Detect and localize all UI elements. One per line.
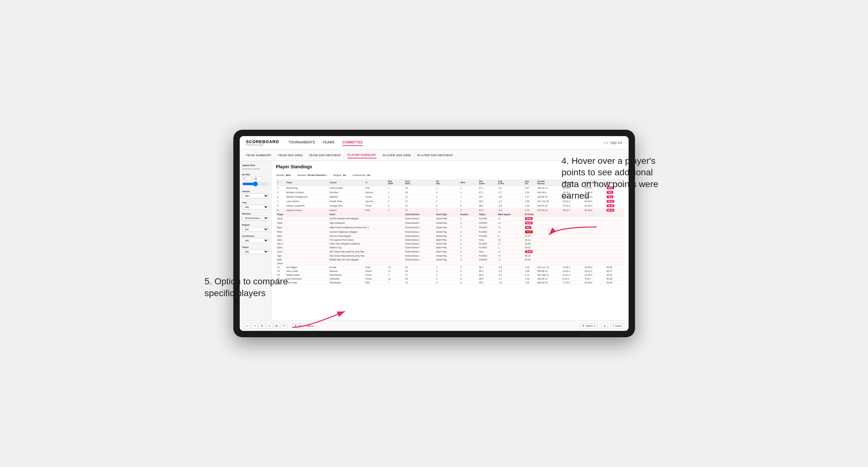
cell-points[interactable]: 80.49 (605, 204, 624, 208)
exp-event: UNCW Seahawk Intercollegiate (328, 216, 404, 221)
expanded-table-row: Breni Wake Forest Invitational at Pinehu… (276, 225, 624, 230)
cell-wins: 0 (459, 269, 478, 273)
filter-region: Region: All (334, 174, 346, 177)
cell-player: Luke Clanton (285, 199, 328, 204)
conference-select[interactable]: (All) (242, 238, 269, 243)
cell-points[interactable]: 68.18 (605, 208, 624, 213)
points-value: 30.47 (525, 246, 531, 249)
exp-player: Matti (276, 258, 328, 262)
cell-num: 4 (276, 199, 285, 204)
cell-points[interactable]: 80.27 (605, 269, 624, 273)
player-select[interactable]: (All) (242, 249, 269, 254)
cell-points[interactable]: 86.49 (605, 281, 624, 285)
year-select[interactable]: (All) (242, 205, 269, 210)
exp-points[interactable]: 53.60 (524, 221, 624, 225)
copy-button[interactable]: ⎘ (266, 322, 273, 329)
expanded-table-row: Techo (276, 262, 624, 266)
exp-points[interactable]: 40.7 (524, 225, 624, 230)
share-button[interactable]: ⤴ Share (611, 323, 624, 328)
cell-record: 208-99-13 (536, 195, 561, 199)
no-rds-slider[interactable] (242, 181, 269, 186)
cell-vs25: 17-14-2 (561, 281, 583, 285)
points-badge[interactable]: 20.64 (525, 217, 533, 220)
region-select[interactable]: N/A (242, 227, 269, 232)
points-badge[interactable]: 68.18 (607, 209, 614, 212)
expanded-rank-col: Rank Impact (497, 213, 524, 216)
layout-button[interactable]: ▤ (274, 322, 280, 329)
exp-points[interactable]: 66.40 (524, 258, 624, 262)
cell-yr: Fourth (364, 269, 387, 273)
subnav-team-h2h-grid[interactable]: TEAM H2H GRID (278, 152, 303, 158)
cell-points[interactable]: 80.02 (605, 273, 624, 277)
cell-points[interactable]: 80.95 (605, 277, 624, 281)
annotation-bottom-left: 5. Option to compare specific players (205, 276, 291, 299)
download-button[interactable]: ⬇ (601, 322, 608, 329)
points-badge[interactable]: 80.49 (607, 204, 614, 207)
subnav-player-summary[interactable]: PLAYER SUMMARY (347, 152, 376, 158)
redo-button[interactable]: ↪ (251, 322, 258, 329)
watch-button[interactable]: 👁 Watch ▾ (580, 323, 598, 328)
col-reg-rank: RegRank (387, 179, 404, 186)
view-original-button[interactable]: 👁 View: Original (292, 323, 316, 328)
subnav-team-summary[interactable]: TEAM SUMMARY (246, 152, 272, 158)
exp-event: Tiger Invitational (328, 221, 404, 225)
exp-event: Mirabel Maui Jim Intercollegiate (328, 258, 404, 262)
expanded-points-col: W Points (524, 213, 624, 216)
undo-button[interactable]: ↩ (244, 322, 251, 329)
points-value: 80.02 (607, 274, 612, 276)
subnav-player-h2h-heatmap[interactable]: PLAYER H2H HEATMAP (417, 152, 453, 158)
exp-points[interactable]: 73.33 (524, 230, 624, 234)
sign-out-link[interactable]: Sign out (611, 141, 622, 145)
exp-points[interactable]: 37.57 (524, 234, 624, 238)
exp-points[interactable]: 20.64 (524, 216, 624, 221)
points-badge[interactable]: 25.90 (525, 250, 533, 253)
cell-school: Vanderbilt (328, 277, 364, 281)
sidebar-update-time: Update time: 27/01/2024 16:56:26 (242, 164, 269, 170)
cell-wins: 0 (459, 281, 478, 285)
cell-record: 452-96-12 (536, 277, 561, 281)
cell-reg-rank: 1 (387, 186, 404, 190)
gender-select[interactable]: Men (242, 193, 269, 198)
cell-topar: -1.8 (497, 281, 524, 285)
exp-rounds: 3 (459, 225, 478, 230)
cell-wins: 1 (459, 186, 478, 190)
exp-rounds: 0 (459, 250, 478, 254)
exp-points[interactable]: 56.18 (524, 254, 624, 258)
nav-committee[interactable]: COMMITTEE (342, 139, 363, 146)
division-select[interactable]: NCAA Division I (242, 216, 269, 221)
exp-status: PLAYED (478, 242, 497, 246)
exp-status: PLAYED (478, 221, 497, 225)
cell-num: 6 (276, 208, 285, 213)
region-label: Region (242, 224, 269, 226)
cell-no-rds: 0 (435, 277, 459, 281)
subnav-player-h2h-grid[interactable]: PLAYER H2H GRID (383, 152, 411, 158)
nav-tournaments[interactable]: TOURNAMENTS (288, 139, 315, 146)
exp-rank: +1 (497, 230, 524, 234)
cell-no-rds: 2 (435, 273, 459, 277)
points-badge[interactable]: 40.7 (525, 226, 532, 229)
exp-type: Stroke Play (435, 221, 459, 225)
cell-player: Michael La Sasso (285, 190, 328, 195)
no-rds-from-input[interactable] (242, 177, 252, 181)
nav-teams[interactable]: TEAMS (323, 139, 335, 146)
exp-rounds: 3 (459, 254, 478, 258)
exp-points[interactable]: 25.90 (524, 250, 624, 254)
time-button[interactable]: ⏱ (281, 322, 287, 329)
subnav-team-h2h-heatmap[interactable]: TEAM H2H HEATMAP (309, 152, 341, 158)
cell-sg: 3.10 (524, 190, 536, 195)
section-title: Player Standings (276, 164, 312, 169)
points-badge[interactable]: 73.33 (525, 230, 533, 234)
points-badge[interactable]: 53.60 (525, 222, 533, 224)
points-value: 86.49 (607, 281, 612, 284)
cell-conf-rank: 24 (404, 269, 435, 273)
settings-button[interactable]: ⚙ (259, 322, 265, 329)
exp-rank: +1 (497, 258, 524, 262)
exp-points[interactable]: 30.47 (524, 246, 624, 250)
expanded-table-row: Mare Amer An Intercollegiate NCAA Divisi… (276, 234, 624, 238)
col-adj-score: Adj.Score (478, 179, 497, 186)
no-rds-to-input[interactable] (253, 177, 263, 181)
cell-points[interactable]: 80.68 (605, 266, 624, 269)
expanded-player-col: Player (276, 213, 328, 216)
exp-points[interactable]: 16.50 (524, 242, 624, 246)
exp-points[interactable]: 24.11 (524, 238, 624, 242)
